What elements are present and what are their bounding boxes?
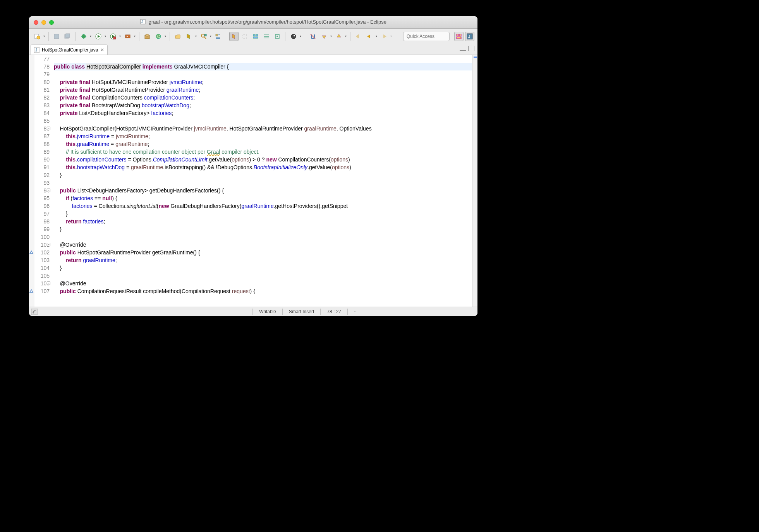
toggle-block-selection-button[interactable] <box>240 32 249 41</box>
minimize-view-button[interactable] <box>460 46 466 51</box>
line-number[interactable]: 85 <box>29 117 50 125</box>
code-line[interactable]: return factories; <box>54 218 477 225</box>
code-line[interactable]: public HotSpotGraalRuntimeProvider getGr… <box>54 249 477 256</box>
code-line[interactable]: this.graalRuntime = graalRuntime; <box>54 140 477 148</box>
code-line[interactable]: private final BootstrapWatchDog bootstra… <box>54 101 477 109</box>
code-line[interactable] <box>54 70 477 78</box>
line-number[interactable]: 99 <box>29 225 50 233</box>
line-number-gutter[interactable]: 77787980818283848586−8788899091929394−95… <box>29 55 52 307</box>
line-number[interactable]: 88 <box>29 140 50 148</box>
line-number[interactable]: 89 <box>29 148 50 156</box>
code-line[interactable]: private final CompilationCounters compil… <box>54 94 477 101</box>
code-line[interactable]: // It is sufficient to have one compilat… <box>54 148 477 156</box>
overview-mark[interactable] <box>474 57 477 58</box>
maximize-view-button[interactable] <box>468 46 474 51</box>
line-number[interactable]: 77 <box>29 55 50 63</box>
code-line[interactable]: public List<DebugHandlersFactory> getDeb… <box>54 187 477 194</box>
rss-icon[interactable] <box>29 309 40 315</box>
line-number[interactable]: 79 <box>29 70 50 78</box>
overview-ruler[interactable] <box>472 55 477 307</box>
back-button[interactable] <box>364 32 378 41</box>
debug-button[interactable] <box>79 32 92 41</box>
code-line[interactable]: this.compilationCounters = Options.Compi… <box>54 156 477 163</box>
line-number[interactable]: 80 <box>29 78 50 86</box>
line-number[interactable]: 92 <box>29 171 50 179</box>
maximize-button[interactable] <box>49 20 54 25</box>
status-handle[interactable]: ⋮ <box>348 309 361 314</box>
line-number[interactable]: 104 <box>29 264 50 272</box>
magnet-button[interactable] <box>308 32 318 41</box>
line-number[interactable]: 95 <box>29 194 50 202</box>
line-number[interactable]: 96 <box>29 202 50 210</box>
code-area[interactable]: public class HotSpotGraalCompiler implem… <box>52 55 477 307</box>
close-tab-icon[interactable]: ✕ <box>100 47 104 53</box>
line-number[interactable]: 87 <box>29 132 50 140</box>
line-number[interactable]: 78 <box>29 63 50 70</box>
code-line[interactable]: if (factories == null) { <box>54 194 477 202</box>
toggle-breadcrumb-button[interactable] <box>213 32 223 41</box>
code-line[interactable]: HotSpotGraalCompiler(HotSpotJVMCIRuntime… <box>54 125 477 132</box>
code-editor[interactable]: 77787980818283848586−8788899091929394−95… <box>29 55 477 307</box>
save-button[interactable] <box>52 32 61 41</box>
code-line[interactable]: return graalRuntime; <box>54 256 477 264</box>
fold-toggle-icon[interactable]: − <box>47 127 50 130</box>
line-number[interactable]: 84 <box>29 109 50 117</box>
line-number[interactable]: 90 <box>29 156 50 163</box>
line-number[interactable]: 97 <box>29 210 50 218</box>
code-line[interactable]: private List<DebugHandlersFactory> facto… <box>54 109 477 117</box>
quick-access[interactable] <box>403 32 450 41</box>
coverage-button[interactable] <box>108 32 121 41</box>
close-button[interactable] <box>34 20 38 25</box>
code-line[interactable]: factories = Collections.singletonList(ne… <box>54 202 477 210</box>
code-line[interactable]: @Override <box>54 241 477 249</box>
prev-annotation-button[interactable] <box>334 32 347 41</box>
next-annotation-button[interactable] <box>319 32 332 41</box>
line-number[interactable]: 100 <box>29 233 50 241</box>
toggle-word-wrap-button[interactable] <box>262 32 271 41</box>
line-number[interactable]: 82 <box>29 94 50 101</box>
code-line[interactable]: this.bootstrapWatchDog = graalRuntime.is… <box>54 163 477 171</box>
toggle-mark-occurrences-button[interactable] <box>229 32 239 41</box>
code-line[interactable]: } <box>54 210 477 218</box>
code-line[interactable] <box>54 55 477 63</box>
code-line[interactable]: } <box>54 171 477 179</box>
run-button[interactable] <box>93 32 106 41</box>
code-line[interactable] <box>54 272 477 280</box>
minimize-button[interactable] <box>41 20 46 25</box>
code-line[interactable]: private final HotSpotJVMCIRuntimeProvide… <box>54 78 477 86</box>
save-all-button[interactable] <box>63 32 72 41</box>
new-button[interactable] <box>32 32 45 41</box>
code-line[interactable]: } <box>54 225 477 233</box>
code-line[interactable]: public CompilationRequestResult compileM… <box>54 287 477 295</box>
line-number[interactable]: 102 <box>29 249 50 256</box>
open-type-button[interactable] <box>173 32 182 41</box>
forward-button[interactable] <box>379 32 392 41</box>
code-line[interactable]: } <box>54 264 477 272</box>
fold-toggle-icon[interactable]: − <box>47 281 50 285</box>
fold-toggle-icon[interactable]: − <box>47 189 50 192</box>
line-number[interactable]: 93 <box>29 179 50 187</box>
line-number[interactable]: 91 <box>29 163 50 171</box>
code-line[interactable]: @Override <box>54 280 477 287</box>
line-number[interactable]: 105 <box>29 272 50 280</box>
run-last-button[interactable] <box>123 32 136 41</box>
pin-editor-button[interactable] <box>273 32 282 41</box>
fold-toggle-icon[interactable]: − <box>47 243 50 246</box>
navigate-button[interactable] <box>288 32 302 41</box>
code-line[interactable] <box>54 117 477 125</box>
new-class-button[interactable]: C <box>153 32 167 41</box>
line-number[interactable]: 103 <box>29 256 50 264</box>
search-button[interactable] <box>199 32 212 41</box>
code-line[interactable]: this.jvmciRuntime = jvmciRuntime; <box>54 132 477 140</box>
editor-tab[interactable]: J HotSpotGraalCompiler.java ✕ <box>31 45 108 55</box>
code-line[interactable] <box>54 179 477 187</box>
line-number[interactable]: 107 <box>29 287 50 295</box>
java-perspective-button[interactable]: J <box>465 32 474 41</box>
open-perspective-button[interactable]: + <box>454 32 464 41</box>
new-package-button[interactable] <box>143 32 152 41</box>
line-number[interactable]: 81 <box>29 86 50 94</box>
open-task-button[interactable] <box>184 32 197 41</box>
code-line[interactable] <box>54 233 477 241</box>
quick-access-input[interactable] <box>403 32 450 41</box>
code-line[interactable]: private final HotSpotGraalRuntimeProvide… <box>54 86 477 94</box>
